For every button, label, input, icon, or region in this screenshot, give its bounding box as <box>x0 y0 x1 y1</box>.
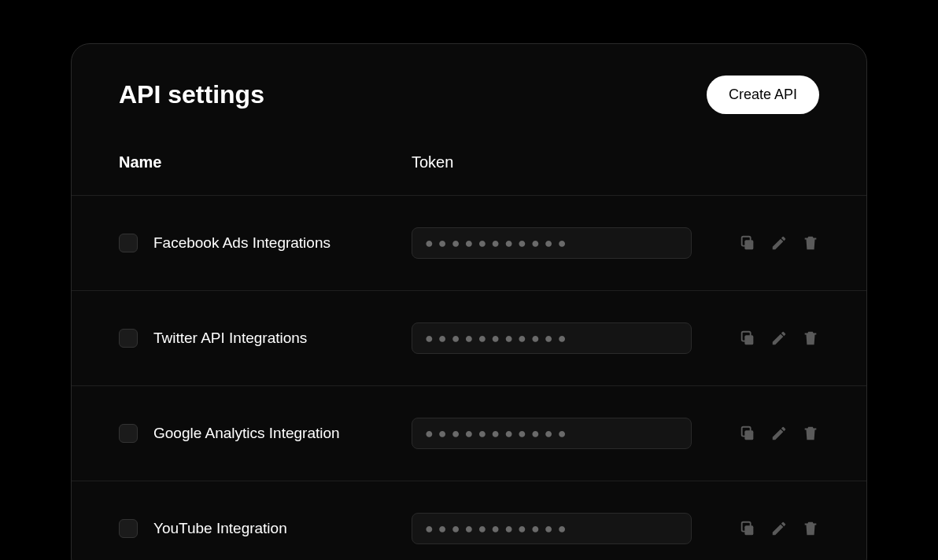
svg-rect-0 <box>744 240 753 249</box>
token-mask: ●●●●●●●●●●● <box>425 426 571 442</box>
name-cell: Google Analytics Integration <box>119 424 412 443</box>
trash-icon[interactable] <box>802 520 819 537</box>
table-row: Twitter API Integrations ●●●●●●●●●●● <box>72 290 866 385</box>
column-header-name: Name <box>119 153 412 171</box>
trash-icon[interactable] <box>802 234 819 252</box>
token-mask: ●●●●●●●●●●● <box>425 330 571 347</box>
row-actions <box>739 234 819 252</box>
copy-icon[interactable] <box>739 425 756 442</box>
svg-rect-6 <box>744 525 753 535</box>
name-cell: Facebook Ads Integrations <box>119 234 412 252</box>
trash-icon[interactable] <box>802 330 819 347</box>
panel-header: API settings Create API <box>72 44 866 130</box>
name-cell: Twitter API Integrations <box>119 329 412 348</box>
edit-icon[interactable] <box>770 520 788 537</box>
token-field[interactable]: ●●●●●●●●●●● <box>412 322 692 354</box>
row-actions <box>739 425 819 442</box>
row-checkbox[interactable] <box>119 424 138 443</box>
table-row: YouTube Integration ●●●●●●●●●●● <box>72 481 866 560</box>
column-header-token: Token <box>412 153 453 171</box>
edit-icon[interactable] <box>770 330 788 347</box>
copy-icon[interactable] <box>739 520 756 537</box>
token-mask: ●●●●●●●●●●● <box>425 235 571 252</box>
table-header: Name Token <box>72 130 866 195</box>
table-row: Google Analytics Integration ●●●●●●●●●●● <box>72 385 866 481</box>
table-row: Facebook Ads Integrations ●●●●●●●●●●● <box>72 195 866 290</box>
trash-icon[interactable] <box>802 425 819 442</box>
svg-rect-2 <box>744 335 753 344</box>
edit-icon[interactable] <box>770 234 788 252</box>
create-api-button[interactable]: Create API <box>707 76 819 114</box>
row-actions <box>739 330 819 347</box>
copy-icon[interactable] <box>739 234 756 252</box>
row-actions <box>739 520 819 537</box>
row-name: YouTube Integration <box>153 520 287 537</box>
token-mask: ●●●●●●●●●●● <box>425 521 571 537</box>
row-name: Facebook Ads Integrations <box>153 234 331 252</box>
copy-icon[interactable] <box>739 330 756 347</box>
page-title: API settings <box>119 80 264 109</box>
token-field[interactable]: ●●●●●●●●●●● <box>412 513 692 544</box>
name-cell: YouTube Integration <box>119 519 412 538</box>
token-field[interactable]: ●●●●●●●●●●● <box>412 227 692 259</box>
row-name: Google Analytics Integration <box>153 425 340 442</box>
row-checkbox[interactable] <box>119 519 138 538</box>
row-checkbox[interactable] <box>119 329 138 348</box>
api-settings-panel: API settings Create API Name Token Faceb… <box>71 43 867 560</box>
edit-icon[interactable] <box>770 425 788 442</box>
svg-rect-4 <box>744 430 753 440</box>
row-name: Twitter API Integrations <box>153 330 307 347</box>
token-field[interactable]: ●●●●●●●●●●● <box>412 418 692 449</box>
row-checkbox[interactable] <box>119 234 138 252</box>
